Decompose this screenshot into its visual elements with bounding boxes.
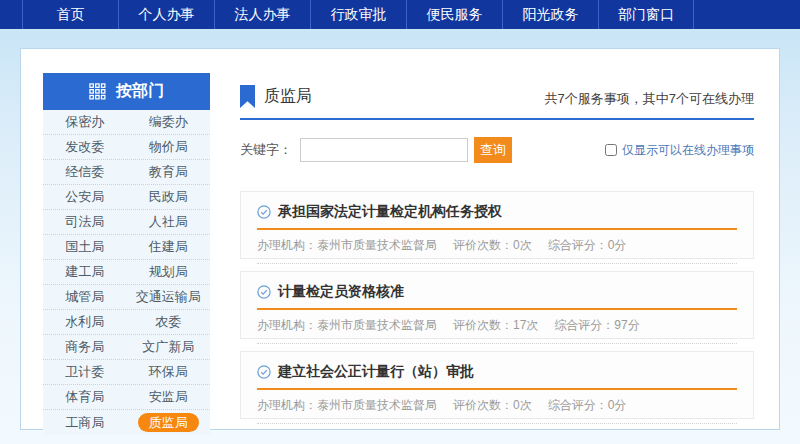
agency: 办理机构：泰州市质量技术监督局 — [257, 317, 437, 334]
department-row: 卫计委 环保局 — [43, 360, 210, 385]
search-button[interactable]: 查询 — [474, 137, 512, 163]
department-row: 公安局 民政局 — [43, 185, 210, 210]
keyword-label: 关键字： — [240, 141, 292, 159]
online-only-checkbox[interactable] — [605, 144, 617, 156]
service-title-row[interactable]: 承担国家法定计量检定机构任务授权 — [257, 203, 737, 221]
sidebar-item[interactable]: 司法局 — [43, 213, 127, 231]
review-count: 评价次数：0次 — [453, 237, 532, 254]
score: 综合评分：0分 — [548, 237, 627, 254]
search-row: 关键字： 查询 仅显示可以在线办理事项 — [240, 137, 754, 163]
keyword-input[interactable] — [300, 138, 468, 162]
department-row: 经信委 教育局 — [43, 160, 210, 185]
service-card: 建立社会公正计量行（站）审批 办理机构：泰州市质量技术监督局 评价次数：0次 综… — [240, 351, 754, 419]
agency: 办理机构：泰州市质量技术监督局 — [257, 237, 437, 254]
page-title-text: 质监局 — [264, 86, 312, 107]
main-header: 质监局 共7个服务事项，其中7个可在线办理 — [240, 85, 754, 120]
department-row: 保密办 编委办 — [43, 110, 210, 135]
check-circle-icon — [257, 365, 271, 379]
review-count: 评价次数：0次 — [453, 397, 532, 414]
sidebar-item[interactable]: 公安局 — [43, 188, 127, 206]
service-title-row[interactable]: 建立社会公正计量行（站）审批 — [257, 363, 737, 381]
sidebar-item[interactable]: 农委 — [127, 313, 211, 331]
active-department-pill[interactable]: 质监局 — [138, 413, 199, 432]
dotted-divider — [257, 423, 737, 424]
online-only-label: 仅显示可以在线办理事项 — [622, 142, 754, 159]
sidebar-item[interactable]: 国土局 — [43, 238, 127, 256]
content-panel: 按部门 保密办 编委办 发改委 物价局 经信委 教育局 公安局 民政局 司法局 … — [20, 48, 780, 430]
department-row: 司法局 人社局 — [43, 210, 210, 235]
sidebar-item[interactable]: 工商局 — [43, 414, 127, 432]
service-title[interactable]: 建立社会公正计量行（站）审批 — [278, 363, 474, 381]
online-only-filter: 仅显示可以在线办理事项 — [605, 142, 754, 159]
nav-item-convenience[interactable]: 便民服务 — [406, 0, 502, 29]
service-meta: 办理机构：泰州市质量技术监督局 评价次数：0次 综合评分：0分 — [257, 237, 737, 254]
orange-divider — [257, 388, 737, 390]
grid-icon — [89, 83, 106, 100]
service-card: 承担国家法定计量检定机构任务授权 办理机构：泰州市质量技术监督局 评价次数：0次… — [240, 191, 754, 259]
service-meta: 办理机构：泰州市质量技术监督局 评价次数：17次 综合评分：97分 — [257, 317, 737, 334]
service-title[interactable]: 计量检定员资格核准 — [278, 283, 404, 301]
sidebar-item[interactable]: 编委办 — [127, 113, 211, 131]
sidebar-item[interactable]: 商务局 — [43, 338, 127, 356]
check-circle-icon — [257, 285, 271, 299]
department-sidebar: 按部门 保密办 编委办 发改委 物价局 经信委 教育局 公安局 民政局 司法局 … — [43, 73, 210, 435]
service-list: 承担国家法定计量检定机构任务授权 办理机构：泰州市质量技术监督局 评价次数：0次… — [240, 191, 754, 419]
score: 综合评分：0分 — [548, 397, 627, 414]
department-row: 国土局 住建局 — [43, 235, 210, 260]
service-meta: 办理机构：泰州市质量技术监督局 评价次数：0次 综合评分：0分 — [257, 397, 737, 414]
nav-item-home[interactable]: 首页 — [22, 0, 118, 29]
department-row: 体育局 安监局 — [43, 385, 210, 410]
bookmark-icon — [240, 85, 255, 108]
nav-item-sunshine-gov[interactable]: 阳光政务 — [502, 0, 598, 29]
sidebar-item[interactable]: 卫计委 — [43, 363, 127, 381]
nav-item-legal-person[interactable]: 法人办事 — [214, 0, 310, 29]
page-title: 质监局 — [240, 85, 312, 108]
department-row: 商务局 文广新局 — [43, 335, 210, 360]
sidebar-header: 按部门 — [43, 73, 210, 110]
sidebar-item[interactable]: 交通运输局 — [127, 288, 211, 306]
department-row: 工商局 质监局 — [43, 410, 210, 435]
sidebar-item[interactable]: 安监局 — [127, 388, 211, 406]
sidebar-item[interactable]: 环保局 — [127, 363, 211, 381]
dotted-divider — [257, 263, 737, 264]
sidebar-item-active[interactable]: 质监局 — [127, 413, 211, 432]
sidebar-item[interactable]: 物价局 — [127, 138, 211, 156]
orange-divider — [257, 228, 737, 230]
sidebar-item[interactable]: 文广新局 — [127, 338, 211, 356]
dotted-divider — [257, 343, 737, 344]
sidebar-item[interactable]: 住建局 — [127, 238, 211, 256]
sidebar-header-label: 按部门 — [116, 81, 164, 102]
sidebar-item[interactable]: 城管局 — [43, 288, 127, 306]
department-row: 水利局 农委 — [43, 310, 210, 335]
sidebar-item[interactable]: 保密办 — [43, 113, 127, 131]
score: 综合评分：97分 — [554, 317, 639, 334]
review-count: 评价次数：17次 — [453, 317, 538, 334]
department-row: 发改委 物价局 — [43, 135, 210, 160]
sidebar-item[interactable]: 规划局 — [127, 263, 211, 281]
sidebar-item[interactable]: 教育局 — [127, 163, 211, 181]
sidebar-item[interactable]: 建工局 — [43, 263, 127, 281]
top-navigation: 首页 个人办事 法人办事 行政审批 便民服务 阳光政务 部门窗口 — [0, 0, 800, 29]
main-content: 质监局 共7个服务事项，其中7个可在线办理 关键字： 查询 仅显示可以在线办理事… — [240, 85, 754, 431]
department-row: 建工局 规划局 — [43, 260, 210, 285]
nav-item-dept-window[interactable]: 部门窗口 — [598, 0, 694, 29]
nav-item-personal[interactable]: 个人办事 — [118, 0, 214, 29]
service-card: 计量检定员资格核准 办理机构：泰州市质量技术监督局 评价次数：17次 综合评分：… — [240, 271, 754, 339]
service-count-summary: 共7个服务事项，其中7个可在线办理 — [545, 90, 754, 108]
sidebar-item[interactable]: 发改委 — [43, 138, 127, 156]
agency: 办理机构：泰州市质量技术监督局 — [257, 397, 437, 414]
sidebar-item[interactable]: 人社局 — [127, 213, 211, 231]
orange-divider — [257, 308, 737, 310]
department-list: 保密办 编委办 发改委 物价局 经信委 教育局 公安局 民政局 司法局 人社局 … — [43, 110, 210, 435]
sidebar-item[interactable]: 民政局 — [127, 188, 211, 206]
sidebar-item[interactable]: 体育局 — [43, 388, 127, 406]
service-title[interactable]: 承担国家法定计量检定机构任务授权 — [278, 203, 502, 221]
check-circle-icon — [257, 205, 271, 219]
sidebar-item[interactable]: 水利局 — [43, 313, 127, 331]
sidebar-item[interactable]: 经信委 — [43, 163, 127, 181]
department-row: 城管局 交通运输局 — [43, 285, 210, 310]
nav-item-admin-approval[interactable]: 行政审批 — [310, 0, 406, 29]
service-title-row[interactable]: 计量检定员资格核准 — [257, 283, 737, 301]
